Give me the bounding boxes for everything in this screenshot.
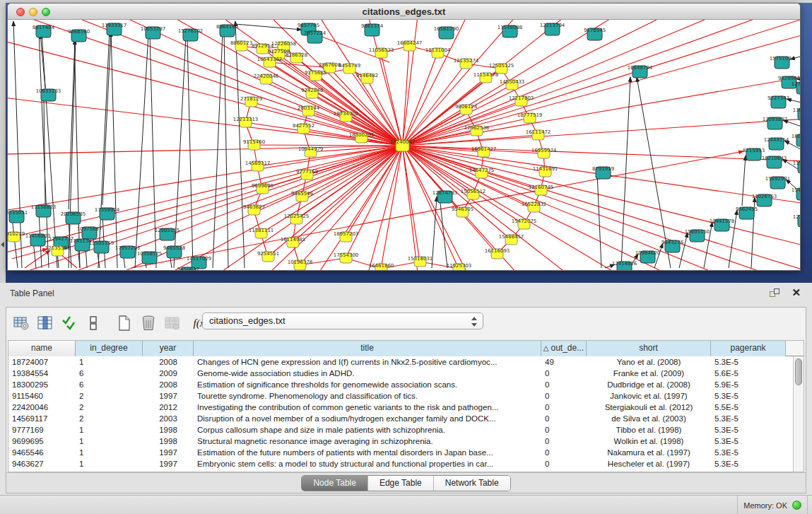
left-splitter[interactable] [0,3,6,283]
vertical-scrollbar[interactable] [793,356,804,472]
graph-node[interactable]: 10358575 [137,251,163,264]
table-cell[interactable]: 1997 [143,390,194,402]
table-cell[interactable]: Embryonic stem cells: a model to study s… [194,458,541,469]
graph-node[interactable]: 16116093 [485,248,510,259]
table-cell[interactable]: Structural magnetic resonance image aver… [194,436,541,447]
table-cell[interactable]: Dudbridge et al. (2008) [587,379,711,390]
table-cell[interactable]: 2 [76,390,143,402]
window-titlebar[interactable]: citations_edges.txt [8,4,800,20]
graph-node[interactable]: 11156823 [31,204,57,218]
table-cell[interactable]: 9115460 [8,390,76,402]
graph-node[interactable]: 16461860 [369,263,394,271]
graph-node[interactable]: 9465546 [291,191,314,202]
scrollbar-thumb[interactable] [795,358,802,385]
graph-node[interactable]: 11548088 [498,25,523,38]
graph-node[interactable]: 16561290 [434,26,459,40]
table-cell[interactable]: 0 [541,458,587,469]
table-cell[interactable]: 5.3E-5 [711,356,786,368]
graph-node[interactable]: 22420046 [254,74,279,85]
table-cell[interactable]: 1998 [143,424,194,436]
tab-edge-table[interactable]: Edge Table [367,476,433,491]
table-cell[interactable]: 0 [541,368,587,379]
graph-node[interactable]: 16961427 [471,146,497,158]
table-cell[interactable]: 2 [76,402,143,413]
table-cell[interactable]: 0 [541,402,587,413]
graph-node[interactable]: 12160745 [529,185,554,196]
table-cell[interactable]: Yano et al. (2008) [587,356,711,368]
graph-node[interactable]: 16648784 [628,65,653,78]
network-graph[interactable]: 8617404966816011933317106532871527610289… [8,20,800,270]
table-cell[interactable]: 5.5E-5 [711,402,786,413]
graph-node[interactable]: 10543362 [257,57,283,68]
table-cell[interactable]: 9777169 [8,424,76,436]
new-document-icon[interactable] [114,313,135,334]
table-selector-dropdown[interactable]: citations_edges.txt [202,313,483,329]
graph-node[interactable]: 8186328 [286,52,307,64]
graph-node[interactable]: 12025425 [284,214,310,225]
table-cell[interactable]: Disruption of a novel member of a sodium… [194,413,541,424]
table-row[interactable]: 1938455462009Genome-wide association stu… [8,368,793,379]
table-cell[interactable]: 9465546 [8,447,76,458]
table-cell[interactable]: 9463627 [8,458,76,469]
table-row[interactable]: 2242004622012Investigating the contribut… [8,402,793,413]
table-row[interactable]: 946362711997Embryonic stem cells: a mode… [8,458,793,469]
graph-node[interactable]: 12135274 [454,58,479,69]
graph-node[interactable]: 9699695 [252,183,273,194]
graph-node[interactable]: 9546305 [452,206,473,218]
graph-node[interactable]: 9115460 [243,139,265,151]
graph-node[interactable]: 8791919 [592,166,614,180]
column-header-name[interactable]: name [8,341,76,356]
graph-node[interactable]: 10653287 [141,26,166,40]
table-cell[interactable]: 18300295 [8,379,76,390]
graph-node[interactable]: 11848914 [793,107,800,121]
graph-node[interactable]: 9643276 [661,240,684,253]
table-cell[interactable]: 5.3E-5 [711,390,786,402]
table-cell[interactable]: 0 [541,390,587,402]
table-cell[interactable]: 1 [76,424,143,436]
graph-node[interactable]: 18777519 [517,112,543,124]
graph-node[interactable]: 15472075 [512,218,537,230]
graph-node[interactable]: 9242848 [301,88,323,99]
table-cell[interactable]: 2008 [143,379,194,390]
graph-node[interactable]: 9861374 [361,23,384,37]
graph-node[interactable]: 16114981 [281,237,306,248]
table-cell[interactable]: Franke et al. (2009) [587,368,711,379]
graph-node[interactable]: 9450612 [177,267,199,271]
column-header-out-degree[interactable]: △out_de... [541,341,587,356]
graph-node[interactable]: 9146482 [356,73,378,84]
table-cell[interactable]: 19384554 [8,368,76,379]
graph-node[interactable]: 9362455 [736,206,758,220]
table-cell[interactable]: 0 [541,424,587,436]
table-cell[interactable]: Estimation of significance thresholds fo… [194,379,541,390]
column-header-short[interactable]: short [587,341,711,356]
table-cell[interactable]: Tibbo et al. (1998) [587,424,711,436]
graph-node[interactable]: 10944979 [298,146,324,158]
graph-node[interactable]: 11154378 [473,72,499,83]
table-cell[interactable]: Tourette syndrome. Phenomenology and cla… [194,390,541,402]
table-cell[interactable]: 6 [76,379,143,390]
table-cell[interactable]: 9699695 [8,436,76,447]
graph-node[interactable]: 16061290 [792,134,800,147]
graph-node[interactable]: 9463627 [243,204,265,216]
graph-node[interactable]: 11056533 [369,47,394,59]
table-row[interactable]: 1872400712008Changes of HCN gene express… [8,356,793,368]
table-cell[interactable]: 5.3E-5 [711,447,786,458]
table-cell[interactable]: 5.9E-5 [711,379,786,390]
column-header-in-degree[interactable]: in_degree [76,341,143,356]
table-cell[interactable]: 14569117 [8,413,76,424]
table-cell[interactable]: 0 [541,379,587,390]
graph-node[interactable]: 9910279 [8,231,25,243]
graph-node[interactable]: 15318031 [408,256,433,267]
table-cell[interactable]: Genome-wide association studies in ADHD. [194,368,541,379]
table-cell[interactable]: 0 [541,447,587,458]
graph-node[interactable]: 9668160 [68,29,90,42]
table-row[interactable]: 969969511998Structural magnetic resonanc… [8,436,793,447]
table-cell[interactable]: 1997 [143,458,194,469]
graph-node[interactable]: 2718129 [240,96,262,107]
graph-node[interactable]: 8964160 [216,24,238,37]
graph-node[interactable]: 9777169 [296,169,318,180]
graph-node[interactable]: 9227343 [767,95,789,109]
graph-node[interactable]: 15276102 [178,28,204,42]
graph-node[interactable]: 17554300 [334,252,359,264]
table-row[interactable]: 911546021997Tourette syndrome. Phenomeno… [8,390,793,402]
